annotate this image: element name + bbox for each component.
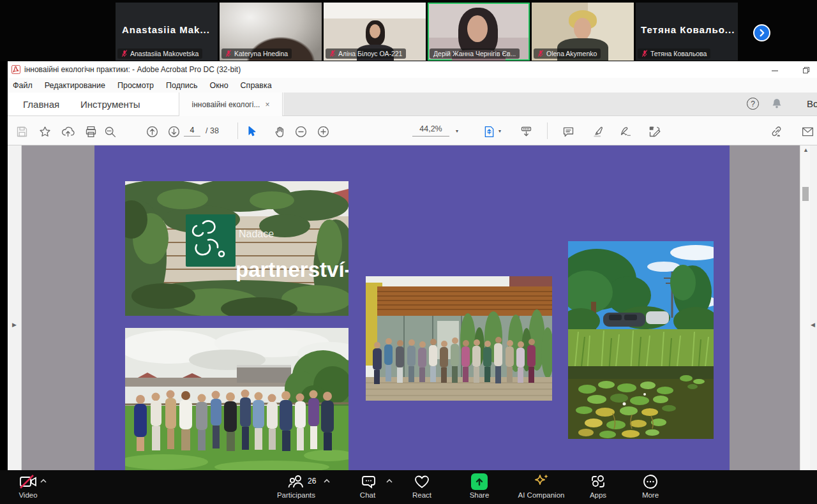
participant-name-pill: Дерій Жанна Чернігів Єв... bbox=[430, 48, 520, 59]
video-tile-olena[interactable]: Olena Akymenko bbox=[532, 3, 634, 61]
zoom-out-icon[interactable] bbox=[292, 123, 309, 140]
participants-icon bbox=[287, 474, 305, 489]
participants-options-caret-icon[interactable] bbox=[323, 478, 331, 484]
acrobat-menubar: Файл Редактирование Просмотр Подпись Окн… bbox=[8, 78, 817, 93]
muted-mic-icon bbox=[121, 50, 128, 57]
tile-display-name: Anastasiia Mak... bbox=[122, 24, 210, 35]
toolbar-separator bbox=[547, 122, 548, 139]
vertical-scrollbar[interactable]: ▲ bbox=[800, 145, 810, 470]
menu-window[interactable]: Окно bbox=[210, 81, 229, 90]
fit-dropdown-caret-icon[interactable]: ▾ bbox=[498, 128, 501, 134]
chat-bubble-icon bbox=[359, 474, 376, 489]
find-text-icon[interactable] bbox=[101, 123, 118, 140]
save-icon[interactable] bbox=[13, 123, 30, 140]
video-camera-off-icon bbox=[19, 475, 38, 489]
hand-tool-icon[interactable] bbox=[271, 123, 288, 140]
expand-tools-pane-icon[interactable]: ◀ bbox=[811, 322, 815, 328]
menu-edit[interactable]: Редактирование bbox=[45, 81, 105, 90]
more-ellipsis-icon bbox=[642, 473, 659, 490]
acrobat-titlebar: інноваійні екологічн практики: - Adobe A… bbox=[8, 61, 817, 78]
react-button[interactable]: React bbox=[390, 473, 454, 499]
page-number-input[interactable] bbox=[184, 124, 200, 137]
zoom-in-icon[interactable] bbox=[315, 123, 331, 140]
video-tile-alina[interactable]: Аліна Білоус ОА-221 bbox=[324, 3, 426, 61]
acrobat-toolbar: / 38 44,2% ▾ ▾ bbox=[8, 116, 817, 145]
share-link-icon[interactable] bbox=[768, 123, 784, 140]
navigation-pane-rail[interactable]: ▶ bbox=[8, 145, 22, 470]
video-tile-tetiana[interactable]: Тетяна Ковальо... Тетяна Ковальова bbox=[636, 3, 738, 61]
menu-file[interactable]: Файл bbox=[13, 81, 33, 90]
muted-mic-icon bbox=[329, 50, 336, 57]
participant-name-pill: Anastasiia Makovetska bbox=[117, 48, 202, 59]
notifications-bell-icon[interactable] bbox=[771, 98, 783, 110]
upload-cloud-icon[interactable] bbox=[59, 123, 76, 140]
scroll-up-arrow-icon[interactable]: ▲ bbox=[803, 147, 809, 153]
restore-button[interactable] bbox=[802, 65, 810, 77]
video-tile-anastasiia[interactable]: Anastasiia Mak... Anastasiia Makovetska bbox=[116, 3, 218, 61]
acrobat-window: інноваійні екологічн практики: - Adobe A… bbox=[8, 61, 817, 470]
tools-pane-rail[interactable]: ◀ bbox=[810, 145, 817, 470]
share-label: Share bbox=[447, 491, 511, 499]
tab-document[interactable]: інноваійні екологі... × bbox=[179, 93, 283, 116]
document-tab-title: інноваійні екологі... bbox=[192, 100, 260, 109]
acrobat-pdf-icon bbox=[11, 65, 20, 74]
muted-mic-icon bbox=[537, 50, 544, 57]
video-button[interactable]: Video bbox=[0, 473, 60, 499]
ai-companion-button[interactable]: AI Companion bbox=[509, 473, 573, 499]
participant-face bbox=[574, 18, 591, 40]
participant-video-strip: Anastasiia Mak... Anastasiia Makovetska … bbox=[0, 0, 817, 61]
page-count-label: / 38 bbox=[206, 126, 219, 135]
share-button[interactable]: Share bbox=[447, 473, 511, 499]
photo-sign-text-small: Nadace bbox=[239, 228, 274, 239]
document-area: ▶ bbox=[8, 145, 817, 470]
minimize-button[interactable] bbox=[771, 65, 779, 77]
photo-ivy-wall-partnerstvi-sign: Nadace partnerství- bbox=[125, 181, 349, 316]
participant-face bbox=[370, 24, 380, 38]
tab-home[interactable]: Главная bbox=[23, 93, 59, 116]
participant-name: Olena Akymenko bbox=[546, 50, 597, 57]
print-icon[interactable] bbox=[82, 123, 99, 140]
menu-help[interactable]: Справка bbox=[241, 81, 272, 90]
muted-mic-icon bbox=[641, 50, 648, 57]
comment-icon[interactable] bbox=[560, 123, 576, 140]
pdf-canvas: Nadace partnerství- bbox=[22, 145, 800, 470]
sign-in-label-clipped[interactable]: Во bbox=[807, 98, 817, 109]
chevron-right-icon bbox=[758, 29, 766, 37]
participant-name-pill: Тетяна Ковальова bbox=[638, 48, 710, 59]
page-controls-dock-icon[interactable] bbox=[518, 123, 534, 140]
video-options-caret-icon[interactable] bbox=[40, 478, 47, 484]
next-participants-page-button[interactable] bbox=[753, 24, 770, 41]
tab-tools[interactable]: Инструменты bbox=[80, 93, 140, 116]
edit-pdf-icon[interactable] bbox=[646, 123, 663, 140]
tabbar-empty-area bbox=[283, 93, 817, 115]
close-tab-icon[interactable]: × bbox=[265, 100, 269, 109]
participant-name: Kateryna Hnedina bbox=[234, 50, 288, 57]
zoom-level-value[interactable]: 44,2% bbox=[412, 124, 449, 137]
star-favorites-icon[interactable] bbox=[36, 123, 53, 140]
participant-name-pill: Kateryna Hnedina bbox=[221, 48, 292, 59]
email-icon[interactable] bbox=[799, 123, 816, 140]
meeting-controls-bar: Video Participants 26 Chat React Share A… bbox=[0, 470, 817, 504]
participants-label: Participants bbox=[264, 491, 328, 499]
zoom-dropdown-caret-icon[interactable]: ▾ bbox=[456, 128, 458, 134]
scrollbar-thumb[interactable] bbox=[802, 187, 809, 201]
expand-nav-pane-icon[interactable]: ▶ bbox=[12, 322, 17, 328]
photo-group-on-grass bbox=[125, 328, 349, 470]
fill-and-sign-icon[interactable] bbox=[617, 123, 634, 140]
share-screen-icon bbox=[471, 473, 488, 490]
next-page-icon[interactable] bbox=[165, 123, 182, 140]
menu-sign[interactable]: Подпись bbox=[166, 81, 197, 90]
participant-face bbox=[467, 15, 488, 42]
highlighter-icon[interactable] bbox=[590, 123, 606, 140]
select-tool-icon[interactable] bbox=[243, 123, 260, 140]
video-tile-kateryna[interactable]: Kateryna Hnedina bbox=[220, 3, 322, 61]
help-icon[interactable]: ? bbox=[747, 98, 759, 110]
video-tile-derii-active-speaker[interactable]: Дерій Жанна Чернігів Єв... bbox=[428, 3, 530, 61]
more-button[interactable]: More bbox=[618, 473, 682, 499]
more-label: More bbox=[618, 491, 682, 499]
participants-button[interactable]: Participants bbox=[264, 473, 328, 499]
previous-page-icon[interactable] bbox=[144, 123, 160, 140]
fit-page-icon[interactable] bbox=[481, 123, 497, 140]
menu-view[interactable]: Просмотр bbox=[117, 81, 154, 90]
toolbar-separator bbox=[237, 122, 238, 139]
